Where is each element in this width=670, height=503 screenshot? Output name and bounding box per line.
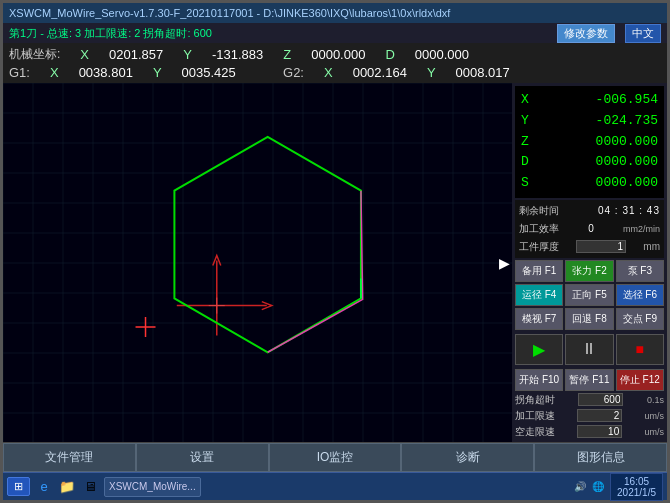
play-button[interactable]: ▶ <box>515 334 563 365</box>
top-info-bar: 第1刀 - 总速: 3 加工限速: 2 拐角超时: 600 修改参数 中文 <box>3 23 667 43</box>
depth-label: 工件厚度 <box>519 238 559 256</box>
network-icon[interactable]: 🌐 <box>592 481 604 492</box>
app-taskbar-item[interactable]: XSWCM_MoWire... <box>104 477 201 497</box>
pause-icon: ⏸ <box>581 340 597 358</box>
mech-y-label: Y <box>183 47 192 62</box>
graphics-info-button[interactable]: 图形信息 <box>534 443 667 472</box>
disp-s-val: 0000.000 <box>596 173 658 194</box>
language-button[interactable]: 中文 <box>625 24 661 43</box>
disp-x-val: -006.954 <box>596 90 658 111</box>
taskbar-right: 🔊 🌐 16:05 2021/1/5 <box>574 473 663 501</box>
btn-f12[interactable]: 停止 F12 <box>616 369 664 391</box>
btn-f1[interactable]: 备用 F1 <box>515 260 563 282</box>
btn-grid-row4: 开始 F10 暂停 F11 停止 F12 <box>515 369 664 391</box>
modify-params-button[interactable]: 修改参数 <box>557 24 615 43</box>
start-button[interactable]: ⊞ <box>7 477 30 496</box>
btn-f3[interactable]: 泵 F3 <box>616 260 664 282</box>
diagnostics-button[interactable]: 诊断 <box>401 443 534 472</box>
main-screen: XSWCM_MoWire_Servo-v1.7.30-F_20210117001… <box>0 0 670 503</box>
idle-speed-label: 空走限速 <box>515 425 555 439</box>
hex-canvas <box>3 83 512 442</box>
process-speed-input[interactable] <box>577 409 622 422</box>
title-text: XSWCM_MoWire_Servo-v1.7.30-F_20210117001… <box>9 7 450 19</box>
volume-icon[interactable]: 🔊 <box>574 481 586 492</box>
coords-display: X -006.954 Y -024.735 Z 0000.000 D 0000.… <box>515 86 664 198</box>
settings-button[interactable]: 设置 <box>136 443 269 472</box>
media-buttons: ▶ ⏸ ■ <box>515 334 664 365</box>
g2-y-label: Y <box>427 65 436 80</box>
io-monitor-button[interactable]: IO监控 <box>269 443 402 472</box>
mech-x-label: X <box>80 47 89 62</box>
btn-grid-row2: 运径 F4 正向 F5 选径 F6 <box>515 284 664 306</box>
corner-delay-unit: 0.1s <box>647 395 664 405</box>
title-bar: XSWCM_MoWire_Servo-v1.7.30-F_20210117001… <box>3 3 667 23</box>
main-area: ▶ X -006.954 Y -024.735 Z 0000.000 D <box>3 83 667 442</box>
disp-y-val: -024.735 <box>596 111 658 132</box>
clock-time: 16:05 <box>617 476 656 487</box>
app-taskbar-label: XSWCM_MoWire... <box>109 481 196 492</box>
disp-d-label: D <box>521 152 529 173</box>
disp-z-label: Z <box>521 132 529 153</box>
stop-button[interactable]: ■ <box>616 334 664 365</box>
disp-d-val: 0000.000 <box>596 152 658 173</box>
g2-label: G2: <box>283 65 304 80</box>
mech-z-label: Z <box>283 47 291 62</box>
idle-speed-input[interactable] <box>577 425 622 438</box>
right-panel: X -006.954 Y -024.735 Z 0000.000 D 0000.… <box>512 83 667 442</box>
param-rows: 拐角超时 0.1s 加工限速 um/s 空走限速 um/s <box>515 393 664 441</box>
monitor-icon[interactable]: 🖥 <box>80 477 100 497</box>
bottom-buttons: 文件管理 设置 IO监控 诊断 图形信息 <box>3 442 667 472</box>
g1-x-val: 0038.801 <box>79 65 133 80</box>
depth-unit: mm <box>643 238 660 256</box>
g1-x-label: X <box>50 65 59 80</box>
g2-x-val: 0002.164 <box>353 65 407 80</box>
disp-z-val: 0000.000 <box>596 132 658 153</box>
canvas-area: ▶ <box>3 83 512 442</box>
btn-f4[interactable]: 运径 F4 <box>515 284 563 306</box>
g1-label: G1: <box>9 65 30 80</box>
btn-f5[interactable]: 正向 F5 <box>565 284 613 306</box>
time-value: 04 : 31 : 43 <box>598 202 660 220</box>
taskbar-clock: 16:05 2021/1/5 <box>610 473 663 501</box>
clock-date: 2021/1/5 <box>617 487 656 498</box>
play-icon: ▶ <box>533 340 545 359</box>
mech-x-val: 0201.857 <box>109 47 163 62</box>
mech-y-val: -131.883 <box>212 47 263 62</box>
taskbar: ⊞ e 📁 🖥 XSWCM_MoWire... 🔊 🌐 16:05 2021/1… <box>3 472 667 500</box>
process-speed-label: 加工限速 <box>515 409 555 423</box>
idle-speed-unit: um/s <box>644 427 664 437</box>
stop-icon: ■ <box>636 341 644 357</box>
process-speed-unit: um/s <box>644 411 664 421</box>
g2-y-val: 0008.017 <box>456 65 510 80</box>
coords-bar: 机械坐标: X 0201.857 Y -131.883 Z 0000.000 D… <box>3 43 667 83</box>
folder-icon[interactable]: 📁 <box>57 477 77 497</box>
mech-d-val: 0000.000 <box>415 47 469 62</box>
corner-delay-label: 拐角超时 <box>515 393 555 407</box>
mech-d-label: D <box>385 47 394 62</box>
mechanical-coords-label: 机械坐标: <box>9 46 60 63</box>
file-management-button[interactable]: 文件管理 <box>3 443 136 472</box>
btn-f8[interactable]: 回退 F8 <box>565 308 613 330</box>
efficiency-label: 加工效率 <box>519 220 559 238</box>
mech-z-val: 0000.000 <box>311 47 365 62</box>
btn-f6[interactable]: 选径 F6 <box>616 284 664 306</box>
btn-grid-row1: 备用 F1 张力 F2 泵 F3 <box>515 260 664 282</box>
btn-f9[interactable]: 交点 F9 <box>616 308 664 330</box>
depth-input[interactable] <box>576 240 626 253</box>
top-info-text: 第1刀 - 总速: 3 加工限速: 2 拐角超时: 600 <box>9 26 212 41</box>
pause-button[interactable]: ⏸ <box>565 334 613 365</box>
btn-f10[interactable]: 开始 F10 <box>515 369 563 391</box>
g1-y-val: 0035.425 <box>182 65 236 80</box>
disp-x-label: X <box>521 90 529 111</box>
time-label: 剩余时间 <box>519 202 559 220</box>
g1-y-label: Y <box>153 65 162 80</box>
ie-icon[interactable]: e <box>34 477 54 497</box>
btn-f11[interactable]: 暂停 F11 <box>565 369 613 391</box>
efficiency-value: 0 <box>588 220 594 238</box>
arrow-right-icon: ▶ <box>499 255 510 271</box>
corner-delay-input[interactable] <box>578 393 623 406</box>
taskbar-icons: e 📁 🖥 <box>34 477 100 497</box>
disp-s-label: S <box>521 173 529 194</box>
btn-f2[interactable]: 张力 F2 <box>565 260 613 282</box>
btn-f7[interactable]: 模视 F7 <box>515 308 563 330</box>
